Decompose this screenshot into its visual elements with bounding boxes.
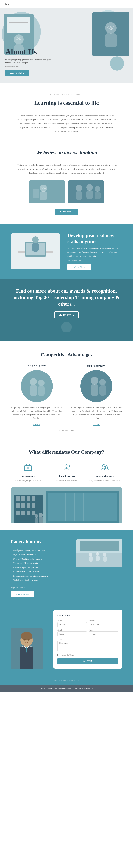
develop-source: Image from Freepik [68,259,122,261]
fact-item-8: Global content delivery team [11,578,69,582]
facts-list: Headquarters in UK, US & Germany 15,000+… [11,548,69,582]
svg-point-5 [14,34,24,44]
svg-rect-12 [105,33,117,48]
form-name-field: Name [57,620,87,627]
svg-point-48 [27,467,29,469]
svg-rect-65 [16,510,19,515]
form-email-field: Email [57,629,87,637]
message-textarea[interactable] [57,641,118,651]
svg-rect-43 [91,384,98,396]
facts-source: Image from Freepik [11,587,69,589]
svg-point-54 [105,466,108,468]
svg-point-26 [86,184,93,191]
facts-right-image [76,539,122,567]
footer-text: Created with Mobirise Website Builder v5… [5,688,128,689]
durability-label: DURABILITY [11,365,63,368]
humanizing-icon [100,462,110,473]
efficiency-more-link[interactable]: MORE [93,424,100,426]
contact-person-image [11,628,46,669]
develop-section: Develop practical new skills anytime Dui… [0,224,133,279]
facts-section: Facts about us Headquarters in UK, US & … [0,530,133,606]
name-label: Name [57,620,87,622]
hero-learn-more-button[interactable]: LEARN MORE [5,70,29,76]
svg-rect-61 [16,503,19,508]
svg-point-28 [95,186,100,192]
one-stop-shop-icon [23,462,33,473]
fact-item-3: Over 5,000 subject matter experts [11,557,69,561]
svg-point-39 [38,380,45,386]
hamburger-button[interactable] [124,3,128,5]
svg-rect-35 [32,243,39,251]
svg-rect-40 [38,386,45,396]
diverse-section: We believe in diverse thinking We take p… [0,146,133,224]
form-title: Contact Us [57,614,118,617]
svg-rect-68 [32,510,36,515]
terms-checkbox[interactable] [57,654,60,656]
email-label: Email [57,629,87,631]
diverse-title: We believe in diverse thinking [11,150,122,156]
hero-blob-3 [110,56,124,70]
fact-item-4: Thousands of learning assets [11,561,69,565]
contact-man-image [11,628,43,669]
svg-rect-60 [32,496,36,501]
svg-rect-58 [21,496,25,501]
why-label: WHY WE LOVE LEARNING... [11,94,122,96]
svg-rect-63 [27,503,30,508]
svg-point-36 [21,370,53,402]
svg-rect-67 [27,510,30,515]
diverse-learn-more-button[interactable]: LEARN MORE [55,209,78,215]
diff-title: What differentiates Our Company? [11,449,122,455]
form-message-row: Message [57,638,118,652]
why-title: Learning is essential to life [11,99,122,106]
contact-section: Contact Us Name Surname Email Phone [0,606,133,679]
svg-rect-57 [16,496,19,501]
develop-title: Develop practical new skills anytime [68,232,122,244]
surname-input[interactable] [89,622,118,627]
submit-button[interactable]: SUBMIT [57,658,118,664]
svg-rect-27 [86,190,93,199]
form-checkbox-row: I accept the Terms [57,654,118,656]
svg-point-101 [21,632,33,641]
svg-point-53 [102,464,105,467]
develop-text-content: Develop practical new skills anytime Dui… [68,232,122,270]
durability-more-link[interactable]: MORE [33,424,40,426]
svg-rect-29 [95,191,100,199]
fact-item-1: Headquarters in UK, US & Germany [11,548,69,553]
svg-point-93 [89,553,92,556]
svg-rect-25 [76,191,82,200]
facts-title: Facts about us [11,539,69,545]
hero-image-right [92,12,129,56]
durability-body: Adipiscing bibendum sed ultrices integer… [11,406,63,420]
develop-learn-more-button[interactable]: LEARN MORE [68,264,91,270]
awards-section: Find out more about our awards & recogni… [0,279,133,341]
advantages-col-durability: DURABILITY Adipiscing bibendum sed ultri… [11,365,63,426]
diff-row: One-stop-shop And not sure you get all e… [11,462,122,482]
terms-label: I accept the Terms [61,654,74,656]
advantages-row: DURABILITY Adipiscing bibendum sed ultri… [11,365,122,426]
email-input[interactable] [57,631,87,637]
phone-input[interactable] [89,631,118,637]
advantages-col-efficiency: EFFICIENCY Adipiscing bibendum sed ultri… [70,365,122,426]
svg-point-24 [76,185,82,191]
svg-point-95 [96,552,99,556]
svg-rect-84 [35,518,38,523]
svg-point-44 [99,379,106,385]
diff-col3-label: Humanizing work [87,475,122,478]
diff-col1-label: One-stop-shop [11,475,46,478]
awards-learn-more-button[interactable]: LEARN MORE [54,311,79,318]
name-input[interactable] [57,622,87,627]
diff-col-onestop: One-stop-shop And not sure you get all e… [11,462,46,482]
facts-learn-more-button[interactable]: LEARN MORE [11,591,34,597]
svg-rect-66 [21,510,25,515]
svg-rect-20 [33,189,39,198]
why-body: Lorem ipsum dolor sit amet, consectetur … [17,114,116,133]
efficiency-body: Adipiscing bibendum sed ultrices integer… [70,406,122,420]
diverse-image-2 [68,180,104,204]
diverse-image-1 [29,180,65,204]
durability-image [21,370,53,402]
fact-item-6: In-house learning design team [11,569,69,574]
why-section: WHY WE LOVE LEARNING... Learning is esse… [0,83,133,146]
svg-rect-19 [40,191,47,200]
svg-rect-62 [21,503,25,508]
svg-rect-64 [32,503,36,508]
